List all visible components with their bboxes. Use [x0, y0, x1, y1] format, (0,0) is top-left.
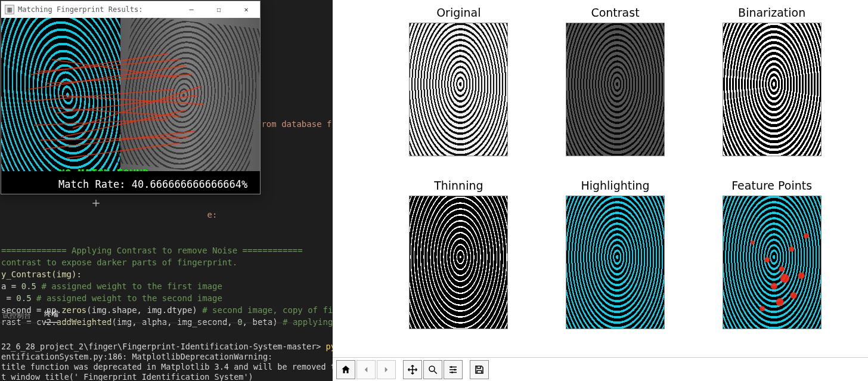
save-figure-button[interactable]: [470, 360, 489, 379]
code-line: = 0.5 # assigned weight to the second im…: [1, 293, 222, 303]
match-window-titlebar[interactable]: ▦ Matching Fingerprint Results: — ☐ ✕: [1, 1, 260, 18]
svg-line-16: [434, 371, 437, 374]
code-line: e:: [1, 210, 217, 219]
subplot-grid: Original Contrast Binarization Thinning: [333, 0, 868, 357]
home-icon: [340, 364, 351, 375]
subplot-title: Binarization: [738, 6, 805, 19]
match-image-area: NO MATCH FOUND. Match Rate: 40.666666666…: [1, 18, 260, 194]
fingerprint-image-contrast: [566, 23, 665, 156]
app-icon: ▦: [5, 5, 14, 14]
back-button[interactable]: [356, 360, 376, 379]
match-result-window: ▦ Matching Fingerprint Results: — ☐ ✕: [1, 1, 261, 194]
floppy-disk-icon: [474, 364, 485, 375]
code-line: ============= Applying Contrast to remov…: [1, 246, 303, 255]
window-maximize-button[interactable]: ☐: [205, 1, 232, 18]
window-close-button[interactable]: ✕: [232, 1, 260, 18]
tab-debug-console[interactable]: 试控制台: [2, 311, 31, 321]
subplot-title: Feature Points: [731, 179, 812, 192]
fingerprint-image-thinning: [409, 196, 508, 329]
fingerprint-image-highlighting: [566, 196, 665, 329]
subplot-contrast: Contrast: [555, 6, 676, 179]
svg-point-15: [429, 366, 435, 371]
svg-point-18: [454, 368, 456, 370]
terminal-line: 22_6_28_project_2\finger\Fingerprint-Ide…: [1, 342, 355, 351]
subplot-binarization: Binarization: [711, 6, 832, 179]
code-frag-database: from database f: [256, 119, 331, 129]
magnifier-icon: [427, 364, 438, 375]
pan-button[interactable]: [403, 360, 422, 379]
terminal-line: t_window_title(' Fingerprint Identificat…: [1, 372, 253, 381]
subplot-title: Highlighting: [581, 179, 649, 192]
matplotlib-figure-pane: Original Contrast Binarization Thinning: [333, 0, 868, 381]
fingerprint-image-binarization: [723, 23, 822, 156]
tab-terminal[interactable]: 终端: [44, 309, 58, 323]
subplot-highlighting: Highlighting: [555, 179, 676, 352]
configure-subplots-button[interactable]: [444, 360, 463, 379]
home-button[interactable]: [336, 360, 355, 379]
match-rate-bar: Match Rate: 40.666666666666664%: [1, 171, 260, 194]
code-line: y_Contrast(img):: [1, 270, 82, 279]
terminal-tabs: 试控制台 终端: [0, 309, 333, 323]
match-rate-label: Match Rate:: [58, 178, 126, 190]
subplot-thinning: Thinning: [398, 179, 519, 352]
subplot-title: Contrast: [591, 6, 639, 19]
ide-left-pane: from database f ▦ Matching Fingerprint R…: [0, 0, 333, 381]
code-line: contrast to expose darker parts of finge…: [1, 258, 237, 267]
forward-button[interactable]: [377, 360, 396, 379]
terminal-output[interactable]: 22_6_28_project_2\finger\Fingerprint-Ide…: [0, 332, 333, 381]
window-minimize-button[interactable]: —: [178, 1, 205, 18]
matplotlib-toolbar: [333, 357, 868, 381]
svg-point-19: [451, 371, 453, 373]
fingerprint-image-feature-points: [723, 196, 822, 329]
zoom-button[interactable]: [423, 360, 442, 379]
svg-point-17: [451, 366, 452, 368]
subplot-title: Thinning: [434, 179, 483, 192]
code-line: a = 0.5 # assigned weight to the first i…: [1, 281, 222, 291]
match-rate-value: 40.666666666666664%: [132, 178, 247, 190]
arrow-right-icon: [381, 364, 392, 375]
arrow-left-icon: [361, 364, 371, 375]
move-icon: [407, 364, 418, 375]
terminal-line: title function was deprecated in Matplot…: [1, 362, 355, 371]
sliders-icon: [448, 364, 458, 375]
match-window-title: Matching Fingerprint Results:: [18, 5, 143, 14]
subplot-original: Original: [398, 6, 519, 179]
fingerprint-image-original: [409, 23, 508, 156]
terminal-line: entificationSystem.py:186: MatplotlibDep…: [1, 352, 272, 361]
subplot-title: Original: [436, 6, 480, 19]
subplot-feature-points: Feature Points: [711, 179, 832, 352]
